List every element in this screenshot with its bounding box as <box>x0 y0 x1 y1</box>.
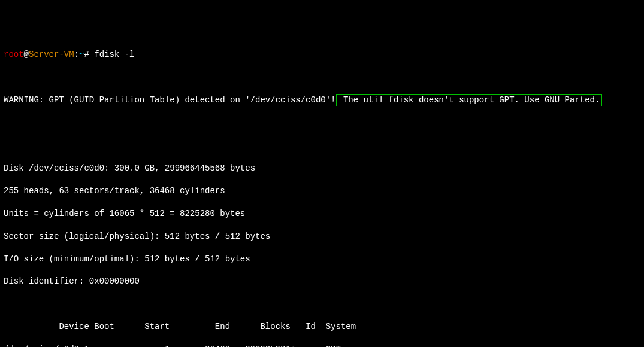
prompt-line-1: root@Server-VM:~# fdisk -l <box>4 49 640 60</box>
blank-line <box>4 141 640 152</box>
warning-prefix: WARNING: GPT (GUID Partition Table) dete… <box>4 95 336 105</box>
blank-line <box>4 118 640 129</box>
disk-info: Sector size (logical/physical): 512 byte… <box>4 231 640 242</box>
disk-info: Disk /dev/cciss/c0d0: 300.0 GB, 29996644… <box>4 163 640 174</box>
blank-line <box>4 299 640 310</box>
disk-info: Disk identifier: 0x00000000 <box>4 276 640 287</box>
command-fdisk: fdisk -l <box>94 50 134 59</box>
blank-line <box>4 71 640 83</box>
disk-info: I/O size (minimum/optimal): 512 bytes / … <box>4 254 640 265</box>
prompt-user: root <box>4 50 24 59</box>
partition-table-header: Device Boot Start End Blocks Id System <box>4 321 640 333</box>
partition-table-row: /dev/cciss/c0d0p1 1 36469 292935981+ ee … <box>4 344 640 347</box>
disk-info: 255 heads, 63 sectors/track, 36468 cylin… <box>4 185 640 197</box>
warning-highlight-box: The util fdisk doesn't support GPT. Use … <box>336 94 603 106</box>
prompt-host: Server-VM <box>29 50 74 59</box>
disk-info: Units = cylinders of 16065 * 512 = 82252… <box>4 208 640 220</box>
warning-line: WARNING: GPT (GUID Partition Table) dete… <box>4 94 640 106</box>
